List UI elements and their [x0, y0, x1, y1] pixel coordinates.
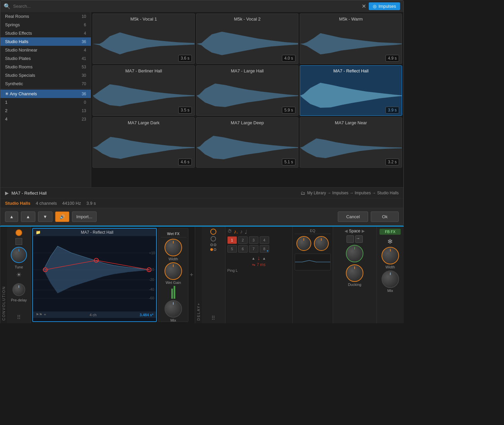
conv-controls: Tune ☀ Pre-delay ⠿ — [7, 227, 31, 323]
delay-power-button[interactable] — [210, 229, 216, 235]
impulses-badge: ◎ Impulses — [369, 2, 400, 10]
delay-stereo-icon[interactable] — [211, 236, 216, 241]
channel-item-any[interactable]: ✳ Any Channels 36 — [0, 90, 91, 98]
ducking-knob[interactable] — [346, 264, 363, 282]
grid-cell-ma7-large-deep[interactable]: MA7 Large Deep 5.1 s — [196, 117, 298, 168]
conv-folder-icon[interactable] — [15, 238, 22, 245]
note-eighth-icon[interactable]: ♪ — [240, 229, 243, 235]
note-cell-4[interactable]: 4 — [260, 236, 269, 244]
ducking-label: Ducking — [348, 283, 361, 287]
grid-cell-ma7-large-dark[interactable]: MA7 Large Dark 4.6 s — [93, 117, 195, 168]
cell-title: MA7 Large Deep — [196, 118, 298, 127]
cell-duration: 5.9 s — [282, 107, 295, 113]
sidebar-item-studio-rooms[interactable]: Studio Rooms 53 — [0, 63, 91, 71]
sidebar-item-synthetic[interactable]: Synthetic 70 — [0, 79, 91, 88]
grid-cell-ma7-reflect[interactable]: MA7 - Reflect Hall 3.9 s — [300, 65, 402, 116]
eq-knob-2[interactable] — [314, 236, 329, 251]
prev-button[interactable]: ▲ — [21, 211, 35, 222]
next-button[interactable]: ▼ — [38, 211, 52, 222]
space-next-arrow[interactable]: ▶ — [362, 229, 365, 233]
sidebar-item-studio-halls[interactable]: Studio Halls 36 — [0, 37, 91, 46]
cell-title: MA7 - Reflect Hall — [300, 66, 402, 75]
channel-item-1[interactable]: 1 0 — [0, 98, 91, 106]
space-prev-arrow[interactable]: ◀ — [345, 229, 348, 233]
channel-item-2[interactable]: 2 13 — [0, 106, 91, 115]
note-cell-1[interactable]: 1 — [227, 236, 237, 244]
cancel-button[interactable]: Cancel — [338, 211, 368, 222]
note-icons: ⏱ ♪. ♪ ♩ — [227, 229, 290, 235]
sidebar-item-studio-effects[interactable]: Studio Effects 4 — [0, 29, 91, 37]
note-cell-5[interactable]: 5 — [227, 245, 237, 253]
meta-duration: 3.9 s — [86, 201, 96, 206]
delay-dot-3 — [214, 248, 216, 251]
svg-text:+10: +10 — [149, 251, 155, 255]
grid-cell-ma7-large-near[interactable]: MA7 Large Near 3.2 s — [300, 117, 402, 168]
close-button[interactable]: ✕ — [362, 4, 366, 9]
sidebar-item-springs[interactable]: Springs 6 — [0, 21, 91, 29]
play-button[interactable]: ▶ — [5, 190, 9, 196]
grid-cell-m5k-warm[interactable]: M5k - Warm 4.9 s — [300, 13, 402, 64]
ir-title: MA7 - Reflect Hall — [41, 230, 153, 235]
svg-text:-20: -20 — [149, 278, 154, 282]
delay-circles — [210, 243, 216, 246]
cell-duration: 4.0 s — [282, 55, 295, 62]
collapse-button[interactable]: ▲ — [5, 211, 18, 222]
import-button[interactable]: Import... — [72, 211, 97, 222]
freeze-icon[interactable]: ❄ — [387, 237, 393, 246]
grid-cell-ma7-large-hall[interactable]: MA7 - Large Hall 5.9 s — [196, 65, 298, 116]
sidebar-item-studio-plates[interactable]: Studio Plates 41 — [0, 54, 91, 63]
fb-mix-knob[interactable] — [382, 270, 399, 288]
delay-dots-icon[interactable]: ⠿ — [211, 315, 215, 321]
channel-item-count: 0 — [84, 100, 86, 105]
delay-up-arrow[interactable]: ▲ — [252, 256, 255, 260]
conv-power-button[interactable] — [15, 229, 22, 236]
eq-knobs — [295, 236, 331, 251]
note-row-1: 1 2 3 4 — [227, 236, 290, 244]
tune-knob[interactable] — [11, 247, 27, 263]
dots-icon[interactable]: ⠿ — [17, 314, 21, 321]
convolution-label: CONVOLUTION — [0, 227, 7, 323]
note-eighth-dotted-icon[interactable]: ♪. — [234, 229, 238, 235]
sidebar-item-label: Studio Nonlinear — [5, 47, 37, 53]
search-input[interactable] — [13, 4, 359, 9]
sidebar-item-label: Studio Plates — [5, 56, 31, 61]
fb-width-knob[interactable] — [382, 247, 399, 264]
sidebar-item-count: 4 — [84, 48, 86, 53]
channel-item-4[interactable]: 4 23 — [0, 115, 91, 123]
sidebar-divider — [0, 89, 91, 89]
brightness-icon[interactable]: ☀ — [16, 271, 22, 279]
grid-cell-m5k-vocal1[interactable]: M5k - Vocal 1 3.6 s — [93, 13, 195, 64]
wet-gain-knob[interactable] — [165, 262, 182, 280]
speaker-icon: 🔊 — [60, 214, 65, 219]
ir-folder-icon[interactable]: 📁 — [36, 230, 41, 235]
modal-header: 🔍 ✕ ◎ Impulses — [0, 0, 403, 12]
ok-button[interactable]: Ok — [371, 211, 399, 222]
sidebar-item-label: Springs — [5, 22, 20, 27]
sidebar-item-studio-specials[interactable]: Studio Specials 30 — [0, 71, 91, 79]
sidebar-item-studio-nonlinear[interactable]: Studio Nonlinear 4 — [0, 46, 91, 54]
cell-duration: 5.1 s — [282, 159, 295, 165]
note-cell-6[interactable]: 6 — [238, 245, 248, 253]
grid-cell-m5k-vocal2[interactable]: M5k - Vocal 2 4.0 s — [196, 13, 298, 64]
add-effect-button[interactable]: + — [188, 270, 195, 280]
delay-down-arrow[interactable]: ▲ — [262, 256, 266, 260]
note-cell-2[interactable]: 2 — [238, 236, 248, 244]
space-arrow-icon[interactable]: → — [355, 235, 363, 243]
predelay-knob[interactable] — [12, 283, 25, 296]
note-cell-3[interactable]: 3 — [249, 236, 258, 244]
ducking-knob-group: Ducking — [346, 264, 363, 287]
note-cell-8[interactable]: 8 — [260, 245, 269, 253]
wet-width-knob[interactable] — [165, 239, 182, 256]
sidebar-item-count: 70 — [82, 81, 86, 86]
space-collapse-icon[interactable] — [347, 235, 354, 243]
eq-knob-1[interactable] — [296, 236, 311, 251]
cell-duration: 3.9 s — [386, 107, 399, 113]
note-quarter-icon[interactable]: ♩ — [245, 229, 247, 235]
note-cell-7[interactable]: 7 — [249, 245, 258, 253]
wet-gain-label: Wet Gain — [166, 281, 181, 285]
wet-mix-knob[interactable] — [165, 300, 182, 318]
sidebar-item-real-rooms[interactable]: Real Rooms 10 — [0, 12, 91, 21]
grid-cell-ma7-berliner[interactable]: MA7 - Berliner Hall 3.5 s — [93, 65, 195, 116]
space-knob[interactable] — [346, 245, 363, 262]
speaker-button[interactable]: 🔊 — [55, 211, 69, 222]
